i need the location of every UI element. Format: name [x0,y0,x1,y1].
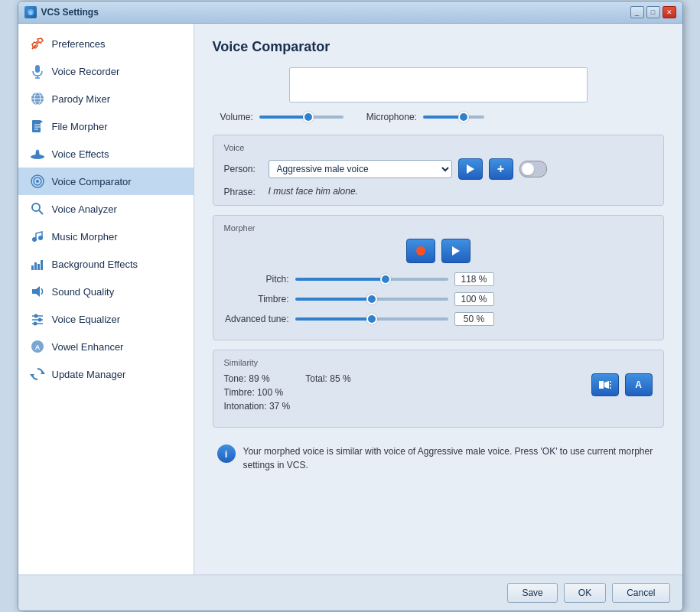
svg-text:v: v [29,10,32,15]
info-row: i Your morphed voice is similar with voi… [213,437,664,480]
content-area: Voice Comparator Volume: Microphone: Voi… [194,24,682,575]
morpher-play-button[interactable] [441,239,470,263]
sidebar: Preferences Voice Recorder [18,24,194,575]
minimize-button[interactable]: _ [630,6,644,18]
svg-point-20 [32,203,40,211]
sidebar-item-voice-comparator[interactable]: Voice Comparator [18,168,194,195]
sidebar-label-parody-mixer: Parody Mixer [52,93,111,105]
sidebar-item-sound-quality[interactable]: Sound Quality [18,278,194,305]
pitch-label: Pitch: [224,274,289,285]
similarity-grid: Tone: 89 % Total: 85 % Timbre: 100 % [224,373,373,412]
waveform-display [289,67,588,103]
sidebar-item-parody-mixer[interactable]: Parody Mixer [18,85,194,112]
svg-marker-37 [41,371,45,374]
vowel-icon: A [29,338,46,355]
person-select[interactable]: Aggressive male voice Soft female voice … [269,160,452,178]
volume-slider[interactable] [259,116,343,119]
titlebar: v VCS Settings _ □ ✕ [18,2,682,24]
sidebar-label-background-effects: Background Effects [52,259,138,270]
phrase-row: Phrase: I must face him alone. [224,186,653,197]
phrase-label: Phrase: [224,186,262,197]
wrench-icon [29,35,46,52]
svg-rect-11 [32,120,41,132]
timbre-value: 100 % [454,292,494,306]
info-icon: i [217,444,236,463]
record-dot [416,246,425,256]
titlebar-buttons: _ □ ✕ [630,6,676,18]
svg-marker-38 [30,374,34,377]
sim-audio-button[interactable] [591,373,619,396]
sidebar-label-voice-effects: Voice Effects [52,148,109,160]
cancel-button[interactable]: Cancel [612,583,669,603]
hat-icon [29,145,46,162]
sidebar-item-file-morpher[interactable]: File Morpher [18,112,194,140]
ok-button[interactable]: OK [564,583,606,603]
advanced-row: Advanced tune: 50 % [224,312,653,326]
mic-icon [29,63,46,80]
sidebar-item-background-effects[interactable]: Background Effects [18,250,194,278]
equalizer-icon [29,311,46,327]
svg-point-16 [36,150,39,152]
sidebar-item-music-morpher[interactable]: Music Morpher [18,223,194,250]
speaker-icon [29,283,46,300]
morpher-section: Morpher Pitch: 118 % Timbre: [213,215,664,340]
voice-play-button[interactable] [458,158,483,180]
svg-rect-24 [31,265,34,270]
timbre-slider[interactable] [295,298,448,301]
voice-section: Voice Person: Aggressive male voice Soft… [213,135,664,206]
sidebar-label-voice-recorder: Voice Recorder [52,66,120,77]
svg-rect-3 [35,65,40,73]
window-title: VCS Settings [41,7,99,18]
sidebar-label-vowel-enhancer: Vowel Enhancer [52,341,124,353]
svg-line-21 [39,210,43,214]
voice-toggle[interactable] [519,161,547,177]
pitch-slider[interactable] [295,278,448,281]
update-icon [29,366,46,382]
sidebar-item-voice-recorder[interactable]: Voice Recorder [18,57,194,85]
svg-marker-41 [599,381,604,389]
sidebar-label-update-manager: Update Manager [52,369,126,380]
sidebar-label-voice-equalizer: Voice Equalizer [52,314,121,325]
timbre-row: Timbre: 100 % [224,292,653,306]
pitch-row: Pitch: 118 % [224,272,653,286]
sidebar-item-vowel-enhancer[interactable]: A Vowel Enhancer [18,333,194,360]
sidebar-label-file-morpher: File Morpher [52,121,108,132]
voice-add-button[interactable]: + [489,158,513,180]
search-icon [29,200,46,217]
microphone-slider[interactable] [423,116,484,119]
file-icon [29,118,46,135]
volume-label: Volume: [220,112,253,122]
advanced-label: Advanced tune: [224,314,289,324]
svg-point-30 [34,314,37,318]
sidebar-item-voice-analyzer[interactable]: Voice Analyzer [18,195,194,223]
sidebar-label-voice-comparator: Voice Comparator [52,176,132,187]
similarity-section: Similarity Tone: 89 % Total: 85 % Timbre… [213,350,664,428]
save-button[interactable]: Save [507,583,557,603]
sim-apply-button[interactable]: A [625,373,653,396]
main-window: v VCS Settings _ □ ✕ Preferences [18,1,683,611]
volume-group: Volume: [220,112,343,122]
close-button[interactable]: ✕ [663,6,676,18]
morpher-record-button[interactable] [406,239,435,263]
intonation-label: Intonation: 37 % [224,401,291,412]
sidebar-item-update-manager[interactable]: Update Manager [18,360,194,388]
microphone-label: Microphone: [366,112,417,122]
similarity-section-label: Similarity [224,358,653,367]
total-label: Total: 85 % [305,373,372,384]
page-title: Voice Comparator [213,39,664,55]
sidebar-label-preferences: Preferences [52,38,106,50]
sidebar-label-sound-quality: Sound Quality [52,286,115,298]
sidebar-label-voice-analyzer: Voice Analyzer [52,203,117,215]
svg-point-22 [32,237,37,242]
sidebar-item-voice-effects[interactable]: Voice Effects [18,140,194,168]
info-text: Your morphed voice is similar with voice… [243,444,659,472]
svg-marker-28 [32,286,40,297]
footer: Save OK Cancel [18,575,682,610]
sidebar-item-voice-equalizer[interactable]: Voice Equalizer [18,305,194,333]
sidebar-item-preferences[interactable]: Preferences [18,30,194,57]
advanced-slider[interactable] [295,317,448,321]
svg-point-34 [33,322,37,326]
globe-icon [29,90,46,107]
main-layout: Preferences Voice Recorder [18,24,682,575]
maximize-button[interactable]: □ [646,6,660,18]
